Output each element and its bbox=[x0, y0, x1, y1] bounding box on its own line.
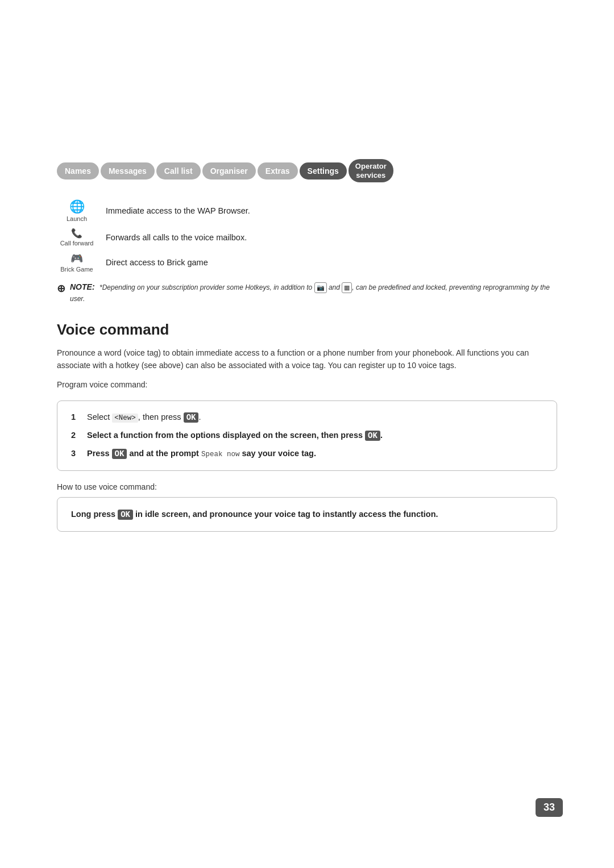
tab-extras[interactable]: Extras bbox=[258, 162, 298, 180]
note-icon: ⊕ bbox=[57, 282, 65, 295]
step-text-2: Select a function from the options displ… bbox=[87, 429, 543, 442]
page-content: Names Messages Call list Organiser Extra… bbox=[0, 0, 614, 571]
hotkey-icon-callforward: 📞 Call forward bbox=[57, 228, 97, 247]
hotkey-desc-callforward: Forwards all calls to the voice mailbox. bbox=[106, 233, 247, 242]
hotkey-desc-launch: Immediate access to the WAP Browser. bbox=[106, 206, 250, 215]
hotkey-desc-brickgame: Direct access to Brick game bbox=[106, 258, 208, 267]
hotkey-label-launch: Launch bbox=[67, 215, 87, 222]
note-text: *Depending on your subscription provider… bbox=[70, 283, 550, 303]
tab-organiser[interactable]: Organiser bbox=[202, 162, 256, 180]
tab-messages[interactable]: Messages bbox=[101, 162, 155, 180]
tab-names[interactable]: Names bbox=[57, 162, 99, 180]
callforward-icon: 📞 bbox=[71, 228, 82, 239]
brickgame-icon: 🎮 bbox=[70, 252, 83, 265]
new-code: <New> bbox=[112, 414, 138, 423]
tab-call-list[interactable]: Call list bbox=[156, 162, 201, 180]
step-text-1: Select <New>, then press OK. bbox=[87, 411, 543, 424]
tab-operator-services[interactable]: Operatorservices bbox=[349, 159, 393, 182]
voice-command-intro: Pronounce a word (voice tag) to obtain i… bbox=[57, 347, 557, 372]
instruction-box: 1 Select <New>, then press OK. 2 Select … bbox=[57, 400, 557, 471]
ok-key-2: OK bbox=[365, 431, 380, 441]
ok-key-1: OK bbox=[184, 412, 199, 423]
speak-now-text: Speak now bbox=[201, 450, 240, 458]
nav-tabs: Names Messages Call list Organiser Extra… bbox=[57, 159, 557, 182]
ok-key-howto: OK bbox=[118, 510, 133, 520]
note-content: NOTE: *Depending on your subscription pr… bbox=[70, 282, 557, 304]
step-num-2: 2 bbox=[71, 429, 81, 442]
how-to-box: Long press OK in idle screen, and pronou… bbox=[57, 497, 557, 532]
hotkey-item-brickgame: 🎮 Brick Game Direct access to Brick game bbox=[57, 252, 557, 273]
step-num-1: 1 bbox=[71, 411, 81, 424]
hotkey-label-brickgame: Brick Game bbox=[60, 266, 93, 273]
step-3: 3 Press OK and at the prompt Speak now s… bbox=[71, 448, 543, 460]
program-voice-label: Program voice command: bbox=[57, 378, 557, 391]
page-number-badge: 33 bbox=[536, 798, 563, 817]
hotkey-icon-launch: 🌐 Launch bbox=[57, 199, 97, 222]
hotkey-list: 🌐 Launch Immediate access to the WAP Bro… bbox=[57, 199, 557, 273]
launch-icon: 🌐 bbox=[69, 199, 85, 214]
note-label: NOTE: bbox=[70, 282, 95, 291]
note-box: ⊕ NOTE: *Depending on your subscription … bbox=[57, 282, 557, 304]
hotkey-item-launch: 🌐 Launch Immediate access to the WAP Bro… bbox=[57, 199, 557, 222]
how-to-label: How to use voice command: bbox=[57, 482, 557, 491]
hotkey-icon-brickgame: 🎮 Brick Game bbox=[57, 252, 97, 273]
step-1: 1 Select <New>, then press OK. bbox=[71, 411, 543, 424]
step-2: 2 Select a function from the options dis… bbox=[71, 429, 543, 442]
ok-key-3: OK bbox=[112, 449, 127, 459]
hotkey-label-callforward: Call forward bbox=[60, 240, 94, 247]
hotkey-item-callforward: 📞 Call forward Forwards all calls to the… bbox=[57, 228, 557, 247]
tab-settings[interactable]: Settings bbox=[300, 162, 347, 180]
step-num-3: 3 bbox=[71, 448, 81, 460]
section-title-voice-command: Voice command bbox=[57, 321, 557, 339]
step-text-3: Press OK and at the prompt Speak now say… bbox=[87, 448, 543, 460]
